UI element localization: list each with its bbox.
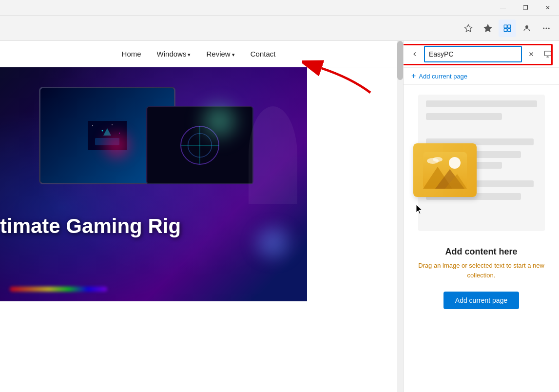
- hero-section: timate Gaming Rig: [0, 67, 307, 301]
- image-thumbnail: [413, 143, 477, 197]
- svg-rect-4: [504, 28, 507, 31]
- browser-toolbar: [0, 16, 559, 41]
- webpage: Home Windows Review Contact: [0, 41, 397, 392]
- more-options-icon[interactable]: [538, 20, 555, 37]
- nav-home[interactable]: Home: [122, 50, 141, 58]
- close-search-button[interactable]: [524, 47, 539, 61]
- title-bar: — ❐ ✕: [0, 0, 559, 16]
- svg-point-11: [92, 125, 93, 126]
- rgb-glow: [10, 287, 107, 292]
- main-area: Home Windows Review Contact: [0, 41, 559, 392]
- light-blob-green: [195, 97, 244, 145]
- back-button[interactable]: [407, 47, 422, 61]
- favorite-icon[interactable]: [460, 20, 477, 37]
- site-nav: Home Windows Review Contact: [0, 41, 397, 67]
- hero-text: timate Gaming Rig: [0, 215, 181, 238]
- scrollbar[interactable]: [397, 41, 403, 392]
- svg-point-9: [548, 27, 550, 29]
- light-blob-blue: [244, 223, 302, 262]
- svg-rect-5: [508, 28, 511, 31]
- svg-point-8: [546, 27, 547, 29]
- close-button[interactable]: ✕: [537, 0, 559, 16]
- collection-view-icon[interactable]: [540, 47, 555, 61]
- nav-review[interactable]: Review: [206, 50, 234, 58]
- minimize-button[interactable]: —: [492, 0, 514, 16]
- collections-icon[interactable]: [499, 20, 516, 37]
- search-box-wrapper: [424, 46, 522, 62]
- svg-marker-0: [465, 24, 472, 31]
- placeholder-card: [418, 95, 545, 231]
- person-silhouette: [249, 106, 297, 204]
- nav-windows[interactable]: Windows: [157, 50, 191, 58]
- maximize-button[interactable]: ❐: [514, 0, 537, 16]
- collections-header: [404, 41, 559, 68]
- collections-content: Add content here Drag an image or select…: [404, 85, 559, 392]
- card-line-2: [426, 113, 502, 120]
- add-content-title: Add content here: [445, 247, 517, 257]
- svg-rect-3: [508, 25, 511, 28]
- svg-marker-1: [484, 24, 492, 31]
- svg-point-33: [433, 157, 443, 162]
- add-current-page-button[interactable]: Add current page: [443, 292, 519, 309]
- light-blob-red: [97, 126, 136, 165]
- plus-icon: +: [411, 72, 416, 80]
- svg-point-13: [112, 124, 113, 125]
- collections-panel: + Add current page: [403, 41, 559, 392]
- svg-point-6: [525, 25, 528, 28]
- card-line-1: [426, 100, 537, 107]
- nav-contact[interactable]: Contact: [251, 50, 276, 58]
- svg-rect-24: [544, 51, 551, 56]
- scrollbar-thumb[interactable]: [397, 41, 403, 80]
- add-content-subtitle: Drag an image or selected text to start …: [411, 261, 551, 280]
- svg-point-7: [543, 27, 544, 29]
- svg-point-28: [449, 157, 461, 169]
- add-current-page-link-label: Add current page: [419, 73, 467, 80]
- readinglist-icon[interactable]: [479, 20, 497, 37]
- profile-icon[interactable]: [518, 20, 536, 37]
- svg-rect-2: [504, 25, 507, 28]
- search-input[interactable]: [424, 46, 522, 62]
- hero-background: timate Gaming Rig: [0, 67, 307, 301]
- add-current-page-link[interactable]: + Add current page: [404, 68, 559, 85]
- card-spacer: [418, 120, 545, 135]
